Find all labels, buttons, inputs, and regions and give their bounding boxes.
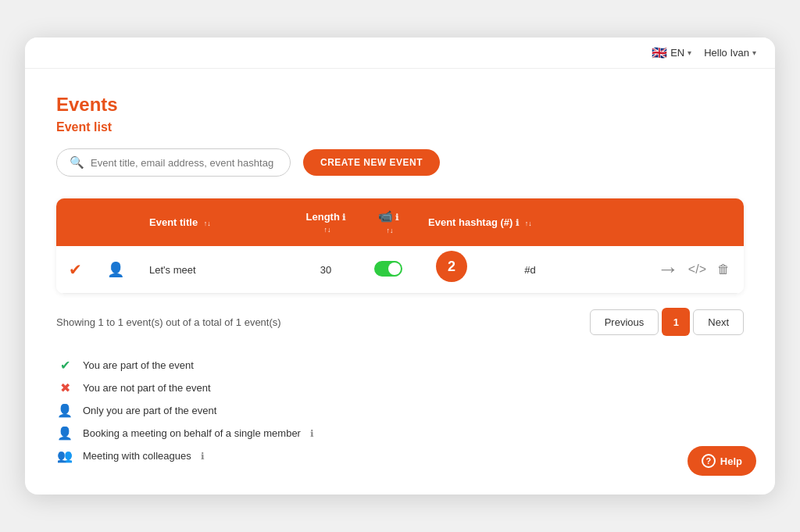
page-title: Events	[56, 94, 744, 116]
video-info-icon: ℹ	[395, 212, 398, 222]
table-header-row: Event title ↑↓ Length ℹ ↑↓ 📹 ℹ ↑↓	[56, 198, 744, 246]
legend-cross-icon: ✖	[56, 380, 73, 395]
legend-persons-info-icon: ℹ	[201, 451, 205, 462]
language-selector[interactable]: 🇬🇧 EN ▾	[652, 45, 691, 60]
help-circle-icon: ?	[702, 454, 716, 468]
col-length: Length ℹ ↑↓	[291, 198, 361, 246]
length-info-icon: ℹ	[342, 212, 345, 222]
legend-person-ring-info-icon: ℹ	[310, 428, 314, 439]
hashtag-text: #d	[524, 264, 535, 276]
video-toggle[interactable]	[374, 261, 402, 277]
legend-item-check: ✔ You are part of the event	[56, 358, 744, 373]
legend-item-person-ring: 👤 Booking a meeting on behalf of a singl…	[56, 426, 744, 441]
lang-chevron-icon: ▾	[688, 48, 691, 57]
main-content: Events Event list 🔍 CREATE NEW EVENT Eve…	[25, 69, 775, 495]
legend-check-text: You are part of the event	[83, 359, 194, 371]
delete-button[interactable]: 🗑	[716, 261, 731, 278]
check-icon: ✔	[69, 261, 82, 278]
row-title-cell[interactable]: Let's meet	[137, 246, 291, 294]
legend-person-ring-icon: 👤	[56, 426, 73, 441]
col-actions	[645, 198, 744, 246]
col-person	[95, 198, 137, 246]
events-table: Event title ↑↓ Length ℹ ↑↓ 📹 ℹ ↑↓	[56, 198, 744, 294]
row-video-cell	[361, 246, 416, 294]
legend-persons-icon: 👥	[56, 448, 73, 463]
search-box[interactable]: 🔍	[56, 148, 291, 177]
row-check-cell: ✔	[56, 246, 95, 294]
search-input[interactable]	[91, 157, 277, 169]
length-sort-icon[interactable]: ↑↓	[324, 227, 331, 234]
video-sort-icon[interactable]: ↑↓	[387, 227, 394, 234]
hashtag-sort-icon[interactable]: ↑↓	[525, 220, 532, 227]
notification-bubble: 2	[436, 251, 467, 282]
legend-persons-text: Meeting with colleagues	[83, 450, 191, 462]
legend-item-cross: ✖ You are not part of the event	[56, 380, 744, 395]
main-window: 🇬🇧 EN ▾ Hello Ivan ▾ Events Event list 🔍…	[25, 37, 775, 495]
row-hashtag-cell: #d 2	[416, 246, 645, 294]
row-person-cell: 👤	[95, 246, 137, 294]
language-label: EN	[670, 47, 684, 59]
legend-person-icon: 👤	[56, 403, 73, 418]
col-video: 📹 ℹ ↑↓	[361, 198, 416, 246]
topbar: 🇬🇧 EN ▾ Hello Ivan ▾	[25, 37, 775, 69]
hashtag-info-icon: ℹ	[516, 218, 519, 227]
toolbar: 🔍 CREATE NEW EVENT	[56, 148, 744, 177]
flag-icon: 🇬🇧	[652, 45, 667, 60]
code-button[interactable]: </>	[687, 261, 708, 278]
showing-text: Showing 1 to 1 event(s) out of a total o…	[56, 316, 281, 328]
legend-check-icon: ✔	[56, 358, 73, 373]
legend-item-person: 👤 Only you are part of the event	[56, 403, 744, 418]
search-icon: 🔍	[70, 155, 84, 170]
pagination-area: Showing 1 to 1 event(s) out of a total o…	[56, 308, 744, 336]
col-hashtag: Event hashtag (#) ℹ ↑↓	[416, 198, 645, 246]
user-greeting[interactable]: Hello Ivan ▾	[704, 47, 756, 59]
current-page[interactable]: 1	[662, 308, 690, 336]
col-event-title: Event title ↑↓	[137, 198, 291, 246]
table-row: ✔ 👤 Let's meet 30 #d	[56, 246, 744, 294]
section-title: Event list	[56, 120, 744, 134]
previous-button[interactable]: Previous	[590, 309, 659, 335]
hashtag-container: #d 2	[428, 264, 632, 276]
legend-item-persons: 👥 Meeting with colleagues ℹ	[56, 448, 744, 463]
next-button[interactable]: Next	[693, 309, 744, 335]
arrow-right-icon: →	[657, 257, 679, 282]
user-greeting-text: Hello Ivan	[704, 47, 749, 59]
legend-person-ring-text: Booking a meeting on behalf of a single …	[83, 427, 301, 439]
row-actions-cell: → </> 🗑	[645, 246, 744, 294]
create-new-event-button[interactable]: CREATE NEW EVENT	[303, 149, 440, 176]
help-button[interactable]: ? Help	[688, 446, 756, 476]
actions-container: → </> 🗑	[657, 257, 731, 282]
legend-cross-text: You are not part of the event	[83, 382, 211, 394]
user-chevron-icon: ▾	[752, 48, 756, 57]
legend: ✔ You are part of the event ✖ You are no…	[56, 358, 744, 463]
row-length-cell: 30	[291, 246, 361, 294]
sort-icon[interactable]: ↑↓	[204, 220, 211, 227]
legend-person-text: Only you are part of the event	[83, 405, 216, 416]
person-icon: 👤	[107, 262, 124, 277]
pagination-controls: Previous 1 Next	[590, 308, 744, 336]
col-check	[56, 198, 95, 246]
